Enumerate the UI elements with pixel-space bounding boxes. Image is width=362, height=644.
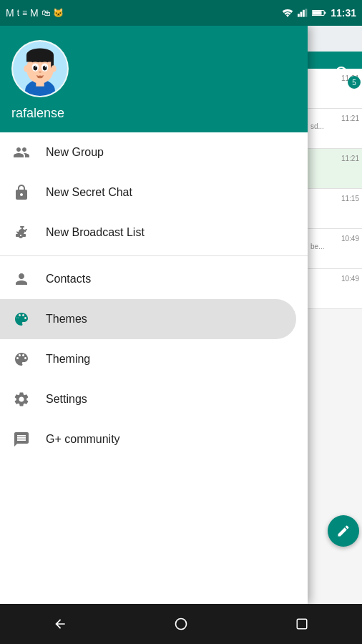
sidebar-item-new-group[interactable]: New Group xyxy=(0,132,308,172)
sidebar-item-new-secret-chat[interactable]: New Secret Chat xyxy=(0,172,308,213)
shopping-icon: 🛍 xyxy=(41,8,50,18)
wifi-icon xyxy=(282,9,293,17)
svg-rect-0 xyxy=(298,14,300,16)
drawer-header: rafalense xyxy=(0,26,308,132)
group-icon xyxy=(11,142,31,162)
chat-time: 11:21 xyxy=(310,155,359,162)
gmail2-icon: M xyxy=(30,7,39,19)
battery-icon xyxy=(312,9,326,17)
chat-item[interactable]: 10:49 xyxy=(308,269,362,309)
svg-point-27 xyxy=(175,619,186,630)
chat-item[interactable]: 11:21 sd... xyxy=(308,109,362,149)
chat-preview: sd... xyxy=(310,122,359,130)
svg-rect-14 xyxy=(26,55,54,62)
svg-rect-5 xyxy=(324,12,326,14)
chat-time: 11:15 xyxy=(310,195,359,203)
themes-label: Themes xyxy=(46,313,87,326)
drawer-menu: New Group New Secret Chat New Broadcast … xyxy=(0,132,308,604)
contacts-label: Contacts xyxy=(46,273,91,286)
svg-rect-2 xyxy=(303,10,305,17)
avatar-image xyxy=(13,40,67,97)
settings-icon xyxy=(11,389,31,409)
bottom-navigation xyxy=(0,604,362,644)
compose-fab[interactable] xyxy=(328,515,359,547)
sidebar-item-contacts[interactable]: Contacts xyxy=(0,259,308,299)
news-icon: ≡ xyxy=(22,8,27,18)
unread-badge: 5 xyxy=(348,76,361,89)
app-icon: 🐱 xyxy=(53,8,64,18)
recent-apps-button[interactable] xyxy=(280,610,323,638)
chat-item[interactable]: 11:15 xyxy=(308,189,362,229)
status-icons: M t ≡ M 🛍 🐱 xyxy=(6,7,64,19)
status-bar: M t ≡ M 🛍 🐱 11:31 xyxy=(0,0,362,26)
chat-time: 10:49 xyxy=(310,235,359,243)
back-button[interactable] xyxy=(39,610,82,638)
svg-point-26 xyxy=(16,317,19,319)
broadcast-icon xyxy=(11,223,31,243)
new-broadcast-list-label: New Broadcast List xyxy=(46,226,145,239)
gmail-icon: M xyxy=(6,7,14,19)
svg-point-20 xyxy=(34,66,38,71)
svg-point-23 xyxy=(45,66,47,67)
chat-item[interactable]: 10:49 be... xyxy=(308,229,362,269)
svg-rect-6 xyxy=(313,11,322,15)
contact-icon xyxy=(11,269,31,289)
chat-time: 10:49 xyxy=(310,275,359,283)
status-right: 11:31 xyxy=(282,7,356,19)
theming-icon xyxy=(11,349,31,369)
theming-label: Theming xyxy=(46,353,90,366)
gplus-community-label: G+ community xyxy=(46,433,120,446)
settings-label: Settings xyxy=(46,393,87,406)
sidebar-item-new-broadcast-list[interactable]: New Broadcast List xyxy=(0,213,308,253)
tumblr-icon: t xyxy=(17,8,19,18)
sidebar-item-settings[interactable]: Settings xyxy=(0,379,308,419)
svg-rect-28 xyxy=(297,619,307,629)
chat-preview: be... xyxy=(310,243,359,250)
svg-point-24 xyxy=(39,71,41,73)
menu-divider xyxy=(0,255,308,256)
username-label: rafalense xyxy=(11,106,296,121)
svg-point-16 xyxy=(24,65,29,72)
svg-point-21 xyxy=(43,66,47,71)
chat-item[interactable]: 11:21 xyxy=(308,149,362,189)
community-icon xyxy=(11,429,31,449)
chat-item[interactable]: 11:31 5 xyxy=(308,69,362,109)
svg-rect-3 xyxy=(305,9,308,16)
sidebar-item-theming[interactable]: Theming xyxy=(0,339,308,379)
svg-point-22 xyxy=(35,66,36,67)
svg-rect-1 xyxy=(300,12,303,17)
new-group-label: New Group xyxy=(46,146,104,159)
themes-icon xyxy=(11,309,31,329)
clock: 11:31 xyxy=(331,7,356,19)
home-button[interactable] xyxy=(160,610,202,638)
navigation-drawer: rafalense New Group New Secret Chat xyxy=(0,26,308,604)
chat-time: 11:21 xyxy=(310,114,359,122)
sidebar-item-themes[interactable]: Themes xyxy=(0,299,296,339)
svg-point-25 xyxy=(37,76,43,79)
svg-point-17 xyxy=(51,65,57,72)
lock-icon xyxy=(11,182,31,203)
sidebar-item-gplus-community[interactable]: G+ community xyxy=(0,419,308,459)
signal-icon xyxy=(298,9,308,17)
new-secret-chat-label: New Secret Chat xyxy=(46,186,132,199)
avatar xyxy=(11,40,69,97)
